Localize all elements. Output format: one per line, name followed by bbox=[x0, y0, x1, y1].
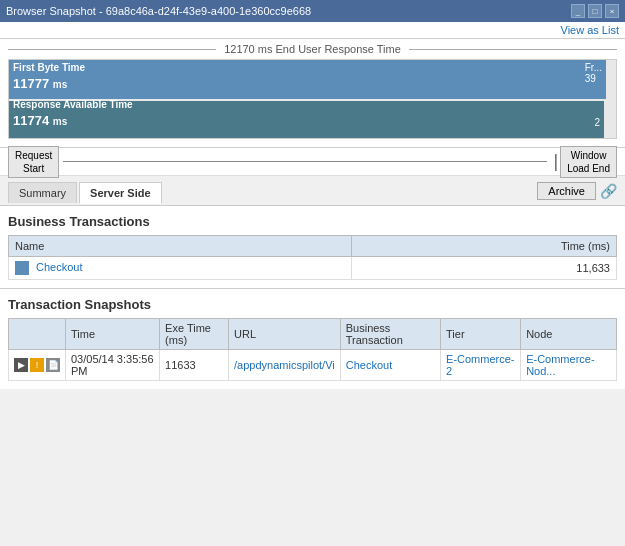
snap-col-time: Time bbox=[66, 319, 160, 350]
table-header-row: Name Time (ms) bbox=[9, 236, 617, 257]
response-bar: Response Available Time 11774 ms 2 bbox=[9, 101, 604, 138]
snap-icons-cell: ▶ ! 📄 bbox=[9, 350, 66, 381]
window-controls[interactable]: _ □ × bbox=[571, 4, 619, 18]
snapshots-header-row: Time Exe Time (ms) URL Business Transact… bbox=[9, 319, 617, 350]
snapshots-table: Time Exe Time (ms) URL Business Transact… bbox=[8, 318, 617, 381]
archive-button[interactable]: Archive bbox=[537, 182, 596, 200]
snap-icon-warning[interactable]: ! bbox=[30, 358, 44, 372]
transaction-snapshots-section: Transaction Snapshots Time Exe Time (ms)… bbox=[0, 288, 625, 389]
snap-col-exe-time: Exe Time (ms) bbox=[160, 319, 229, 350]
pipe-marker: | bbox=[553, 151, 558, 172]
business-transactions-table: Name Time (ms) Checkout 11,633 bbox=[8, 235, 617, 280]
tabs-right: Archive 🔗 bbox=[537, 182, 617, 204]
business-transactions-title: Business Transactions bbox=[8, 214, 617, 229]
request-start-button[interactable]: RequestStart bbox=[8, 146, 59, 178]
snap-tier-cell[interactable]: E-Commerce-2 bbox=[441, 350, 521, 381]
snap-col-bt: Business Transaction bbox=[340, 319, 440, 350]
maximize-button[interactable]: □ bbox=[588, 4, 602, 18]
snapshot-row: ▶ ! 📄 03/05/14 3:35:56 PM 11633 /appdyna… bbox=[9, 350, 617, 381]
window-load-end-button[interactable]: WindowLoad End bbox=[560, 146, 617, 178]
first-byte-bar: First Byte Time 11777 ms Fr... 39 bbox=[9, 60, 606, 99]
bt-name-cell: Checkout bbox=[9, 257, 352, 280]
business-transactions-section: Business Transactions Name Time (ms) Che… bbox=[0, 206, 625, 288]
response-value: 11774 ms bbox=[13, 113, 67, 128]
snapshots-title: Transaction Snapshots bbox=[8, 297, 617, 312]
response-label: Response Available Time bbox=[13, 99, 133, 110]
tabs-bar: Summary Server Side Archive 🔗 bbox=[0, 176, 625, 206]
snap-time-cell: 03/05/14 3:35:56 PM bbox=[66, 350, 160, 381]
snap-col-icons bbox=[9, 319, 66, 350]
view-as-list-link[interactable]: View as List bbox=[561, 24, 620, 36]
snap-col-tier: Tier bbox=[441, 319, 521, 350]
response-right: 2 bbox=[594, 117, 600, 128]
snap-col-url: URL bbox=[229, 319, 341, 350]
col-time: Time (ms) bbox=[352, 236, 617, 257]
tab-server-side[interactable]: Server Side bbox=[79, 182, 162, 204]
tab-summary[interactable]: Summary bbox=[8, 182, 77, 203]
close-button[interactable]: × bbox=[605, 4, 619, 18]
bt-row-icon bbox=[15, 261, 29, 275]
col-name: Name bbox=[9, 236, 352, 257]
bt-time-cell: 11,633 bbox=[352, 257, 617, 280]
minimize-button[interactable]: _ bbox=[571, 4, 585, 18]
snap-bt-cell[interactable]: Checkout bbox=[340, 350, 440, 381]
window-title: Browser Snapshot - 69a8c46a-d24f-43e9-a4… bbox=[6, 5, 311, 17]
view-link-bar: View as List bbox=[0, 22, 625, 39]
link-icon[interactable]: 🔗 bbox=[600, 183, 617, 199]
snap-node-cell[interactable]: E-Commerce-Nod... bbox=[521, 350, 617, 381]
table-row: Checkout 11,633 bbox=[9, 257, 617, 280]
snap-icon-group: ▶ ! 📄 bbox=[14, 358, 60, 372]
snap-url-cell[interactable]: /appdynamicspilot/Vi bbox=[229, 350, 341, 381]
title-bar: Browser Snapshot - 69a8c46a-d24f-43e9-a4… bbox=[0, 0, 625, 22]
req-win-bar: RequestStart | WindowLoad End bbox=[0, 148, 625, 176]
bt-name-link[interactable]: Checkout bbox=[36, 261, 82, 273]
timeline-spacer bbox=[63, 161, 547, 162]
first-byte-value: 11777 ms bbox=[13, 76, 67, 91]
snap-icon-play[interactable]: ▶ bbox=[14, 358, 28, 372]
snap-icon-doc[interactable]: 📄 bbox=[46, 358, 60, 372]
first-byte-label: First Byte Time bbox=[13, 62, 85, 73]
first-byte-right: Fr... 39 bbox=[585, 62, 602, 84]
timing-bars: First Byte Time 11777 ms Fr... 39 Respon… bbox=[8, 59, 617, 139]
snap-col-node: Node bbox=[521, 319, 617, 350]
timing-area: 12170 ms End User Response Time First By… bbox=[0, 39, 625, 148]
snap-exe-time-cell: 11633 bbox=[160, 350, 229, 381]
end-user-label: 12170 ms End User Response Time bbox=[8, 43, 617, 55]
